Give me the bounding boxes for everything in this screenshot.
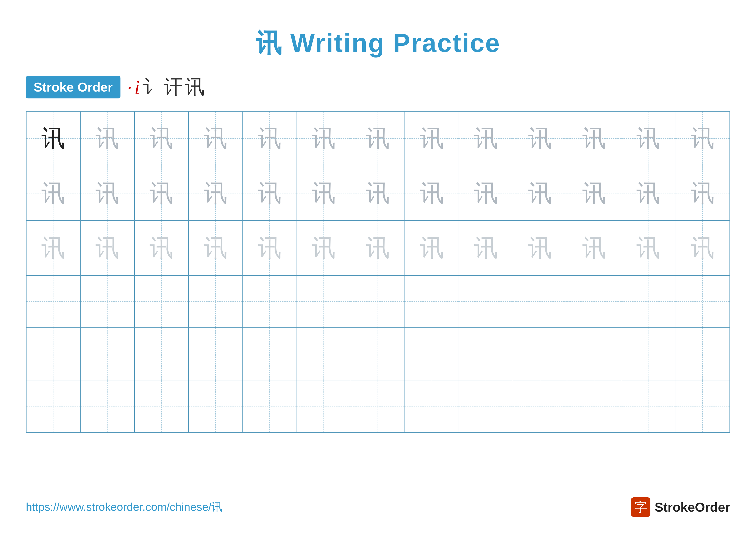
grid-cell[interactable]: 讯: [513, 221, 567, 275]
grid-cell[interactable]: 讯: [27, 221, 81, 275]
grid-cell[interactable]: [513, 276, 567, 327]
grid-cell[interactable]: [567, 276, 621, 327]
grid-cell[interactable]: 讯: [81, 112, 135, 165]
grid-cell[interactable]: 讯: [351, 112, 405, 165]
grid-cell[interactable]: [351, 380, 405, 432]
grid-cell[interactable]: [297, 328, 351, 380]
grid-cell[interactable]: 讯: [675, 112, 729, 165]
grid-cell[interactable]: [27, 328, 81, 380]
grid-cell[interactable]: [621, 380, 675, 432]
character-guide: 讯: [636, 127, 660, 150]
grid-cell[interactable]: 讯: [27, 166, 81, 220]
grid-cell[interactable]: [135, 276, 189, 327]
grid-cell[interactable]: [459, 328, 513, 380]
stroke-step-4: 讦: [164, 74, 183, 100]
grid-cell[interactable]: [405, 276, 459, 327]
grid-cell[interactable]: 讯: [135, 221, 189, 275]
grid-cell[interactable]: 讯: [81, 166, 135, 220]
logo-icon: 字: [631, 497, 650, 517]
grid-cell[interactable]: 讯: [675, 166, 729, 220]
grid-cell[interactable]: 讯: [459, 166, 513, 220]
grid-cell[interactable]: [567, 380, 621, 432]
grid-cell[interactable]: [243, 380, 297, 432]
grid-cell[interactable]: 讯: [621, 112, 675, 165]
grid-cell[interactable]: 讯: [243, 166, 297, 220]
grid-cell[interactable]: 讯: [189, 221, 243, 275]
grid-cell[interactable]: 讯: [135, 166, 189, 220]
grid-cell[interactable]: 讯: [405, 221, 459, 275]
grid-cell[interactable]: [189, 276, 243, 327]
character-guide: 讯: [474, 127, 498, 150]
grid-cell[interactable]: 讯: [459, 112, 513, 165]
grid-cell[interactable]: [243, 276, 297, 327]
character-guide: 讯: [258, 181, 282, 205]
grid-cell[interactable]: 讯: [81, 221, 135, 275]
footer-url-link[interactable]: https://www.strokeorder.com/chinese/讯: [26, 499, 223, 515]
grid-cell[interactable]: 讯: [567, 112, 621, 165]
grid-cell[interactable]: [513, 380, 567, 432]
grid-cell[interactable]: [513, 328, 567, 380]
grid-cell[interactable]: [135, 328, 189, 380]
grid-cell[interactable]: [621, 276, 675, 327]
grid-cell[interactable]: [297, 380, 351, 432]
character-guide: 讯: [204, 236, 228, 260]
grid-cell[interactable]: 讯: [297, 166, 351, 220]
grid-cell[interactable]: [135, 380, 189, 432]
grid-cell[interactable]: [675, 276, 729, 327]
grid-cell[interactable]: [243, 328, 297, 380]
grid-cell[interactable]: [297, 276, 351, 327]
grid-cell[interactable]: 讯: [567, 221, 621, 275]
grid-cell[interactable]: [351, 276, 405, 327]
grid-cell[interactable]: 讯: [189, 112, 243, 165]
grid-cell[interactable]: 讯: [675, 221, 729, 275]
character-guide: 讯: [95, 181, 119, 205]
grid-cell[interactable]: [405, 328, 459, 380]
grid-row-6: [27, 380, 729, 432]
grid-cell[interactable]: [27, 380, 81, 432]
character-guide: 讯: [204, 127, 228, 150]
grid-cell[interactable]: [189, 380, 243, 432]
grid-cell[interactable]: [81, 328, 135, 380]
grid-cell[interactable]: [81, 276, 135, 327]
grid-cell[interactable]: [27, 276, 81, 327]
grid-cell[interactable]: 讯: [567, 166, 621, 220]
grid-cell[interactable]: 讯: [189, 166, 243, 220]
character-guide: 讯: [420, 236, 444, 260]
character-guide: 讯: [41, 236, 65, 260]
grid-cell[interactable]: [621, 328, 675, 380]
grid-cell[interactable]: 讯: [297, 112, 351, 165]
grid-cell[interactable]: 讯: [621, 166, 675, 220]
grid-cell[interactable]: [405, 380, 459, 432]
grid-cell[interactable]: 讯: [459, 221, 513, 275]
grid-row-5: [27, 328, 729, 380]
grid-cell[interactable]: 讯: [621, 221, 675, 275]
grid-cell[interactable]: [675, 380, 729, 432]
grid-cell[interactable]: [81, 380, 135, 432]
grid-cell[interactable]: 讯: [513, 166, 567, 220]
grid-cell[interactable]: 讯: [135, 112, 189, 165]
grid-cell[interactable]: 讯: [243, 221, 297, 275]
stroke-sequence: · i 讠 讦 讯: [127, 74, 204, 100]
character-guide: 讯: [149, 236, 173, 260]
character-guide: 讯: [312, 127, 336, 150]
grid-cell[interactable]: [351, 328, 405, 380]
grid-cell[interactable]: 讯: [297, 221, 351, 275]
grid-cell[interactable]: [675, 328, 729, 380]
grid-cell[interactable]: [567, 328, 621, 380]
footer-logo: 字 StrokeOrder: [631, 497, 730, 517]
grid-cell[interactable]: 讯: [243, 112, 297, 165]
character-guide: 讯: [258, 236, 282, 260]
character-guide: 讯: [636, 181, 660, 205]
grid-cell[interactable]: [189, 328, 243, 380]
grid-cell[interactable]: 讯: [351, 166, 405, 220]
grid-cell[interactable]: 讯: [405, 166, 459, 220]
grid-cell[interactable]: 讯: [405, 112, 459, 165]
character-guide: 讯: [528, 181, 552, 205]
character-guide: 讯: [636, 236, 660, 260]
grid-cell[interactable]: 讯: [513, 112, 567, 165]
grid-cell[interactable]: 讯: [351, 221, 405, 275]
grid-cell[interactable]: [459, 380, 513, 432]
logo-text: StrokeOrder: [655, 500, 730, 515]
grid-cell[interactable]: [459, 276, 513, 327]
grid-cell[interactable]: 讯: [27, 112, 81, 165]
